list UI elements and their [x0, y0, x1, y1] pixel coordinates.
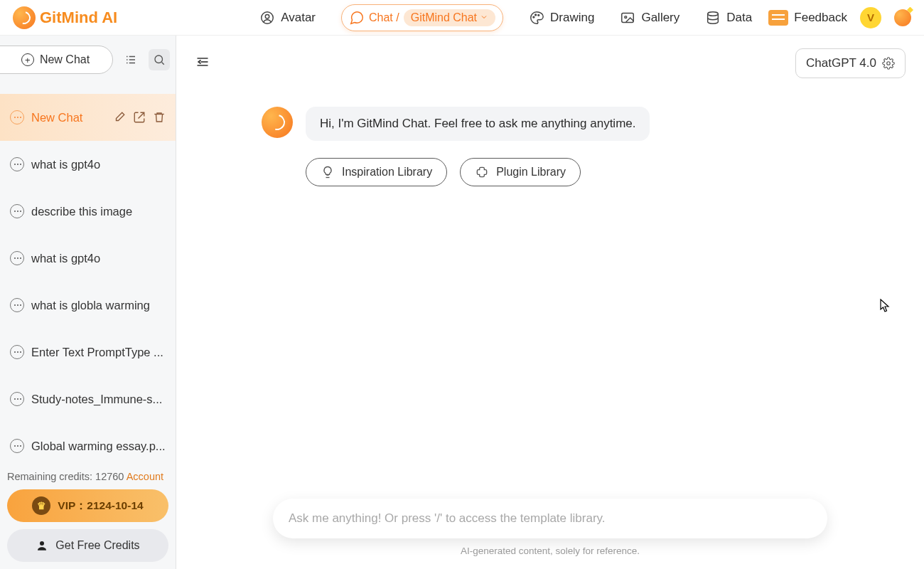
sidebar: + New Chat New Chat what is gpt4o d	[0, 36, 176, 569]
chat-row[interactable]: what is gpt4o	[0, 235, 176, 282]
brand-logo[interactable]: GitMind AI	[13, 6, 117, 29]
app-header: GitMind AI Avatar Chat / GitMind Chat	[0, 0, 924, 36]
chat-row-label: Global warming essay.p...	[31, 440, 166, 453]
chat-dots-icon	[10, 439, 24, 453]
greeting-text: Hi, I'm GitMind Chat. Feel free to ask m…	[320, 117, 635, 130]
puzzle-icon	[475, 165, 489, 179]
chat-dots-icon	[10, 392, 24, 406]
svg-point-7	[708, 11, 719, 16]
conversation-area: Hi, I'm GitMind Chat. Feel free to ask m…	[176, 78, 924, 186]
mouse-cursor-icon	[880, 299, 890, 313]
svg-point-8	[155, 55, 163, 63]
chat-row-actions	[113, 111, 166, 124]
nav-data[interactable]: Data	[705, 10, 752, 26]
lightbulb-icon	[321, 165, 335, 179]
trash-icon[interactable]	[153, 111, 166, 124]
feedback-icon	[768, 10, 788, 26]
assistant-message-bubble: Hi, I'm GitMind Chat. Feel free to ask m…	[306, 107, 650, 141]
search-button[interactable]	[149, 49, 170, 70]
nav-drawing[interactable]: Drawing	[529, 10, 594, 26]
chat-row[interactable]: Global warming essay.p...	[0, 422, 176, 462]
nav-chat-pill[interactable]: Chat / GitMind Chat	[341, 4, 503, 31]
model-selector[interactable]: ChatGPT 4.0	[795, 48, 906, 78]
assistant-message-row: Hi, I'm GitMind Chat. Feel free to ask m…	[262, 107, 924, 141]
nav-avatar-label: Avatar	[281, 11, 316, 25]
user-avatar[interactable]: V	[860, 7, 881, 28]
plugin-label: Plugin Library	[496, 166, 566, 179]
vip-button[interactable]: ♛ VIP：2124-10-14	[7, 489, 168, 522]
chat-dots-icon	[10, 251, 24, 265]
chat-row[interactable]: what is globla warming	[0, 282, 176, 329]
nav-gallery-label: Gallery	[641, 11, 679, 25]
plugin-library-button[interactable]: Plugin Library	[460, 158, 581, 186]
credits-text: Remaining credits: 12760 Account	[7, 468, 168, 489]
user-initial: V	[867, 11, 874, 23]
chevron-down-icon	[480, 11, 488, 24]
chat-icon	[349, 10, 365, 26]
input-area: AI-generated content, solely for referen…	[176, 499, 924, 556]
feedback-button[interactable]: Feedback	[768, 10, 847, 26]
palette-icon	[529, 10, 544, 26]
main-panel: ChatGPT 4.0 Hi, I'm GitMind Chat. Feel f…	[176, 36, 924, 569]
svg-point-3	[535, 14, 537, 15]
nav-chat-prefix: Chat /	[369, 11, 399, 24]
main-top-bar: ChatGPT 4.0	[176, 36, 924, 78]
svg-point-10	[887, 62, 891, 65]
svg-point-2	[533, 16, 534, 18]
assistant-avatar-icon	[262, 107, 293, 138]
chat-row[interactable]: what is gpt4o	[0, 141, 176, 188]
credits-label: Remaining credits:	[7, 471, 95, 482]
chat-row[interactable]: describe this image	[0, 188, 176, 235]
sidebar-footer: Remaining credits: 12760 Account ♛ VIP：2…	[0, 462, 176, 569]
assistant-launcher-icon[interactable]	[894, 9, 911, 26]
nav-chat-sub-pill[interactable]: GitMind Chat	[404, 9, 495, 26]
inspiration-label: Inspiration Library	[342, 166, 432, 179]
chat-dots-icon	[10, 157, 24, 171]
collapse-sidebar-button[interactable]	[195, 55, 210, 72]
disclaimer-text: AI-generated content, solely for referen…	[461, 546, 640, 556]
credits-value: 12760	[95, 471, 124, 482]
prompt-input-wrapper[interactable]	[273, 499, 827, 538]
nav-drawing-label: Drawing	[550, 11, 594, 25]
chat-dots-icon	[10, 298, 24, 312]
person-icon	[36, 539, 48, 552]
nav-data-label: Data	[726, 11, 752, 25]
get-free-credits-button[interactable]: Get Free Credits	[7, 529, 168, 562]
chat-row-label: Study-notes_Immune-s...	[31, 393, 166, 406]
chat-dots-icon	[10, 204, 24, 218]
inspiration-library-button[interactable]: Inspiration Library	[306, 158, 447, 186]
chat-history-list: New Chat what is gpt4o describe this ima…	[0, 81, 176, 462]
chat-row-label: what is gpt4o	[31, 158, 166, 171]
header-right: Feedback V	[768, 7, 911, 28]
chat-row[interactable]: Enter Text PromptType ...	[0, 329, 176, 376]
svg-point-4	[538, 14, 539, 16]
chat-dots-icon	[10, 110, 24, 124]
nav-avatar[interactable]: Avatar	[259, 10, 316, 26]
new-chat-button[interactable]: + New Chat	[0, 46, 113, 74]
list-view-button[interactable]	[120, 49, 141, 70]
library-chip-row: Inspiration Library Plugin Library	[306, 158, 924, 186]
chat-dots-icon	[10, 345, 24, 359]
edit-icon[interactable]	[113, 111, 126, 124]
new-chat-label: New Chat	[40, 53, 90, 66]
svg-point-1	[265, 14, 269, 18]
chat-row-label: describe this image	[31, 205, 166, 218]
prompt-input[interactable]	[289, 511, 812, 526]
nav-chat-sub-label: GitMind Chat	[411, 11, 477, 24]
image-icon	[620, 10, 635, 26]
feedback-label: Feedback	[794, 11, 847, 25]
nav-gallery[interactable]: Gallery	[620, 10, 679, 26]
free-credits-label: Get Free Credits	[55, 539, 139, 552]
chat-row[interactable]: Study-notes_Immune-s...	[0, 376, 176, 422]
gear-icon	[882, 57, 895, 70]
account-link[interactable]: Account	[127, 471, 163, 482]
chat-row-label: New Chat	[31, 111, 106, 124]
chat-row-label: Enter Text PromptType ...	[31, 346, 166, 359]
chat-row-label: what is gpt4o	[31, 252, 166, 265]
plus-circle-icon: +	[21, 53, 34, 66]
svg-point-9	[40, 541, 44, 546]
logo-swirl-icon	[13, 6, 36, 29]
brand-name: GitMind AI	[40, 9, 117, 27]
share-icon[interactable]	[133, 111, 146, 124]
chat-row-active[interactable]: New Chat	[0, 94, 176, 141]
